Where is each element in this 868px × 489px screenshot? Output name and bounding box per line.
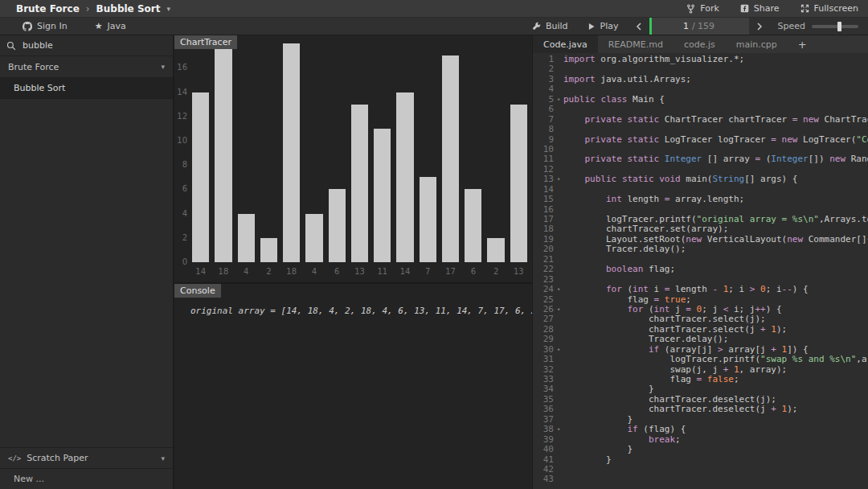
star-icon: ★ <box>95 21 103 31</box>
breadcrumb-category[interactable]: Brute Force <box>16 3 80 14</box>
share-button[interactable]: Share <box>740 3 780 14</box>
code-line-row[interactable]: 15 int length = array.length; <box>533 195 868 204</box>
code-line-text: private static Integer [] array = (Integ… <box>563 154 868 164</box>
fold-gutter <box>554 165 563 175</box>
code-line-row[interactable]: 24▾ for (int i = length - 1; i > 0; i--)… <box>533 285 868 294</box>
sidebar-item-bubble-sort[interactable]: Bubble Sort <box>0 78 173 99</box>
build-button[interactable]: Build <box>522 18 578 35</box>
add-tab-button[interactable]: + <box>788 35 817 53</box>
code-brackets-icon: </> <box>8 454 21 462</box>
code-line-row[interactable]: 6 <box>533 105 868 114</box>
step-forward-button[interactable] <box>749 18 770 35</box>
chart-bar <box>283 43 300 262</box>
fold-toggle-icon[interactable]: ▾ <box>554 95 563 105</box>
code-line-row[interactable]: 17 logTracer.printf("original array = %s… <box>533 215 868 224</box>
code-line-row[interactable]: 32 swap(j, j + 1, array); <box>533 365 868 375</box>
code-line-row[interactable]: 38▾ if (flag) { <box>533 425 868 434</box>
line-number: 36 <box>533 405 554 414</box>
progress-indicator[interactable]: 1 / 159 <box>649 18 749 35</box>
code-area[interactable]: 1import org.algorithm_visualizer.*;23imp… <box>533 53 868 489</box>
chevron-right-icon <box>756 23 763 31</box>
code-line-row[interactable]: 2 <box>533 64 868 74</box>
chart-tracer-panel: ChartTracer 1614121086420 14184218461311… <box>174 35 532 282</box>
code-line-row[interactable]: 7 private static ChartTracer chartTracer… <box>533 115 868 125</box>
code-line-row[interactable]: 25 flag = true; <box>533 295 868 305</box>
code-line-row[interactable]: 37 } <box>533 415 868 425</box>
console-log-body: original array = [14, 18, 4, 2, 18, 4, 6… <box>174 284 532 318</box>
code-line-text <box>563 84 868 94</box>
code-line-row[interactable]: 41 } <box>533 455 868 465</box>
code-line-row[interactable]: 39 break; <box>533 435 868 445</box>
fold-toggle-icon[interactable]: ▾ <box>554 345 563 355</box>
fold-toggle-icon[interactable]: ▾ <box>554 175 563 184</box>
fullscreen-button[interactable]: Fullscreen <box>800 3 858 14</box>
tab-main-cpp[interactable]: main.cpp <box>726 35 788 53</box>
fork-button[interactable]: Fork <box>686 3 719 14</box>
fold-toggle-icon[interactable]: ▾ <box>554 425 563 434</box>
code-line-row[interactable]: 34 } <box>533 384 868 394</box>
code-line-row[interactable]: 8 <box>533 125 868 134</box>
sign-in-label: Sign In <box>37 21 68 31</box>
chevron-down-icon[interactable]: ▾ <box>166 5 170 13</box>
code-line-row[interactable]: 5▾public class Main { <box>533 95 868 105</box>
code-line-row[interactable]: 36 chartTracer.deselect(j + 1); <box>533 405 868 414</box>
chart-x-tick-label: 6 <box>465 267 481 276</box>
code-line-row[interactable]: 4 <box>533 84 868 94</box>
fold-gutter <box>554 235 563 244</box>
code-line-row[interactable]: 40 } <box>533 445 868 454</box>
fold-toggle-icon[interactable]: ▾ <box>554 285 563 294</box>
code-line-row[interactable]: 29 Tracer.delay(); <box>533 335 868 344</box>
code-line-row[interactable]: 42 <box>533 465 868 475</box>
code-line-row[interactable]: 20 Tracer.delay(); <box>533 244 868 254</box>
fold-toggle-icon[interactable]: ▾ <box>554 305 563 314</box>
code-line-row[interactable]: 35 chartTracer.deselect(j); <box>533 395 868 405</box>
language-select-button[interactable]: ★ Java <box>85 21 136 31</box>
scratch-paper-label: Scratch Paper <box>27 453 88 463</box>
code-line-row[interactable]: 26▾ for (int j = 0; j < i; j++) { <box>533 305 868 314</box>
code-line-row[interactable]: 10 <box>533 145 868 154</box>
code-line-row[interactable]: 22 boolean flag; <box>533 265 868 274</box>
code-line-row[interactable]: 19 Layout.setRoot(new VerticalLayout(new… <box>533 235 868 244</box>
tab-code-js[interactable]: code.js <box>674 35 726 53</box>
code-line-text: import org.algorithm_visualizer.*; <box>563 55 868 64</box>
main-area: Brute Force ▾ Bubble Sort </> Scratch Pa… <box>0 35 868 489</box>
code-line-row[interactable]: 11 private static Integer [] array = (In… <box>533 154 868 164</box>
code-line-row[interactable]: 21 <box>533 255 868 265</box>
speed-label: Speed <box>778 21 805 31</box>
code-line-row[interactable]: 12 <box>533 165 868 175</box>
tab-readme-md[interactable]: README.md <box>598 35 674 53</box>
sidebar-category-brute-force[interactable]: Brute Force ▾ <box>0 56 173 78</box>
code-line-text: Tracer.delay(); <box>563 244 868 254</box>
chart-x-tick-label: 18 <box>283 267 300 276</box>
code-line-row[interactable]: 27 chartTracer.select(j); <box>533 314 868 324</box>
code-line-row[interactable]: 3import java.util.Arrays; <box>533 75 868 84</box>
speed-slider[interactable] <box>812 25 858 28</box>
search-input[interactable] <box>23 40 151 51</box>
speed-slider-handle[interactable] <box>837 22 841 31</box>
code-line-row[interactable]: 14 <box>533 185 868 195</box>
sidebar-item-new[interactable]: New ... <box>0 468 173 489</box>
sidebar-scratch-paper[interactable]: </> Scratch Paper ▾ <box>0 447 173 468</box>
code-line-text: chartTracer.select(j); <box>563 314 868 324</box>
code-line-text: private static LogTracer logTracer = new… <box>563 135 868 145</box>
code-line-row[interactable]: 43 <box>533 475 868 484</box>
code-line-row[interactable]: 31 logTracer.printf("swap %s and %s\n",a… <box>533 355 868 364</box>
code-line-row[interactable]: 1import org.algorithm_visualizer.*; <box>533 55 868 64</box>
code-line-row[interactable]: 33 flag = false; <box>533 375 868 384</box>
fold-gutter <box>554 384 563 394</box>
code-line-row[interactable]: 18 chartTracer.set(array); <box>533 224 868 234</box>
fold-gutter <box>554 75 563 84</box>
tab-code-java[interactable]: Code.java <box>533 35 598 53</box>
step-back-button[interactable] <box>628 18 649 35</box>
play-button[interactable]: Play <box>578 18 628 35</box>
breadcrumb-current[interactable]: Bubble Sort <box>96 3 161 14</box>
code-line-row[interactable]: 23 <box>533 275 868 285</box>
code-line-row[interactable]: 30▾ if (array[j] > array[j + 1]) { <box>533 345 868 355</box>
play-icon <box>588 23 596 31</box>
code-line-row[interactable]: 9 private static LogTracer logTracer = n… <box>533 135 868 145</box>
code-line-row[interactable]: 16 <box>533 205 868 215</box>
code-line-row[interactable]: 13▾ public static void main(String[] arg… <box>533 175 868 184</box>
code-line-row[interactable]: 28 chartTracer.select(j + 1); <box>533 325 868 335</box>
sign-in-button[interactable]: Sign In <box>13 21 77 31</box>
chart-bars <box>192 43 527 262</box>
